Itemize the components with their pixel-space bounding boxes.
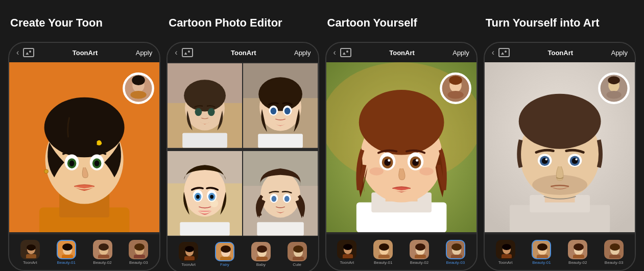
svg-point-142 bbox=[606, 91, 621, 99]
grid-cell-tr bbox=[243, 62, 318, 149]
svg-point-5 bbox=[44, 97, 125, 158]
svg-point-32 bbox=[134, 243, 145, 251]
thumb-label-toonart: ToonArt bbox=[23, 260, 37, 265]
svg-point-71 bbox=[185, 246, 194, 252]
thumb4-beauty01[interactable]: Beauty-01 bbox=[525, 240, 559, 265]
svg-rect-40 bbox=[182, 133, 227, 147]
card2-apply-btn[interactable]: Apply bbox=[294, 49, 311, 57]
thumb3-beauty01[interactable]: Beauty-01 bbox=[366, 240, 400, 265]
svg-point-47 bbox=[271, 108, 277, 115]
svg-point-63 bbox=[260, 172, 300, 218]
card1-header: ‹ ToonArt Apply bbox=[9, 43, 159, 62]
thumb4-img-toonart[interactable] bbox=[496, 240, 515, 259]
thumb4-label-beauty03: Beauty-03 bbox=[605, 260, 623, 265]
thumb-img-beauty03[interactable] bbox=[129, 240, 148, 259]
svg-point-149 bbox=[537, 243, 547, 251]
card3-header: ‹ ToonArt Apply bbox=[326, 43, 476, 62]
card2-image-icon[interactable] bbox=[182, 48, 193, 57]
svg-point-57 bbox=[196, 194, 200, 199]
thumb2-fairy[interactable]: Fairy bbox=[208, 242, 242, 267]
card3-image-icon[interactable] bbox=[340, 48, 351, 57]
card3-illustration bbox=[326, 62, 476, 232]
svg-point-153 bbox=[574, 243, 584, 251]
card2-back-btn[interactable]: ‹ bbox=[175, 48, 177, 57]
card3-title: Cartoon Yourself bbox=[325, 8, 478, 38]
card4-phone: ‹ ToonArt Apply bbox=[484, 42, 636, 271]
thumb-label-beauty03: Beauty-03 bbox=[129, 260, 148, 265]
thumb4-toonart[interactable]: ToonArt bbox=[489, 240, 522, 265]
thumb3-toonart[interactable]: ToonArt bbox=[330, 240, 364, 265]
thumb-beauty02[interactable]: Beauty-02 bbox=[86, 240, 120, 265]
card1-apply-btn[interactable]: Apply bbox=[136, 49, 153, 57]
svg-rect-68 bbox=[257, 222, 304, 235]
thumb3-img-beauty01[interactable] bbox=[373, 240, 393, 259]
svg-rect-154 bbox=[573, 255, 584, 259]
thumb2-img-baby[interactable] bbox=[251, 242, 271, 261]
thumb3-label-beauty03: Beauty-03 bbox=[446, 260, 465, 265]
thumb3-beauty02[interactable]: Beauty-02 bbox=[402, 240, 436, 265]
svg-point-83 bbox=[293, 245, 303, 253]
svg-point-91 bbox=[359, 90, 444, 155]
thumb-label-beauty01: Beauty-01 bbox=[57, 260, 75, 265]
card-cartoon-yourself: Cartoon Yourself ‹ ToonArt Apply bbox=[325, 8, 478, 271]
thumb2-img-cute[interactable] bbox=[288, 242, 307, 261]
card3-thumbnails: ToonArt Beauty-01 Beauty-02 bbox=[326, 234, 476, 270]
card1-image-icon[interactable] bbox=[23, 48, 34, 57]
card1-illustration bbox=[9, 62, 159, 232]
svg-point-37 bbox=[184, 80, 226, 111]
card4-back-btn[interactable]: ‹ bbox=[492, 48, 494, 57]
thumb2-toonart[interactable]: ToonArt bbox=[172, 242, 205, 267]
card1-thumbnails: ToonArt Beauty-01 Beauty-02 bbox=[9, 234, 159, 270]
card1-back-btn[interactable]: ‹ bbox=[16, 48, 19, 57]
svg-rect-33 bbox=[134, 255, 145, 259]
card3-apply-btn[interactable]: Apply bbox=[452, 49, 469, 57]
card2-phone: ‹ ToonArt Apply bbox=[166, 42, 319, 271]
thumb4-img-beauty02[interactable] bbox=[568, 240, 587, 259]
svg-point-75 bbox=[221, 245, 231, 253]
thumb3-img-beauty02[interactable] bbox=[410, 240, 429, 259]
thumb-img-toonart[interactable] bbox=[20, 240, 40, 259]
svg-point-128 bbox=[518, 94, 601, 149]
thumb-toonart[interactable]: ToonArt bbox=[13, 240, 47, 265]
card3-back-btn[interactable]: ‹ bbox=[333, 48, 336, 57]
svg-point-109 bbox=[343, 244, 352, 250]
card2-header-title: ToonArt bbox=[197, 49, 290, 57]
thumb4-label-beauty01: Beauty-01 bbox=[532, 260, 551, 265]
svg-point-136 bbox=[545, 158, 547, 160]
thumb2-cute[interactable]: Cute bbox=[280, 242, 314, 267]
thumb2-baby[interactable]: Baby bbox=[244, 242, 278, 267]
svg-point-113 bbox=[379, 243, 389, 251]
svg-point-67 bbox=[284, 195, 290, 202]
svg-point-38 bbox=[195, 108, 202, 116]
svg-rect-21 bbox=[26, 254, 36, 259]
thumb-img-beauty01[interactable] bbox=[57, 240, 76, 259]
thumb4-beauty03[interactable]: Beauty-03 bbox=[597, 240, 631, 265]
svg-point-157 bbox=[610, 243, 620, 251]
thumb2-img-fairy[interactable] bbox=[215, 242, 234, 261]
thumb4-img-beauty01[interactable] bbox=[532, 240, 551, 259]
svg-rect-146 bbox=[502, 254, 512, 259]
svg-rect-25 bbox=[62, 255, 73, 259]
card-photo-editor: Cartoon Photo Editor ‹ ToonArt Apply bbox=[166, 8, 319, 271]
card4-apply-btn[interactable]: Apply bbox=[611, 49, 628, 57]
thumb3-beauty03[interactable]: Beauty-03 bbox=[439, 240, 472, 265]
card4-header-title: ToonArt bbox=[514, 49, 607, 57]
svg-point-100 bbox=[369, 167, 383, 176]
card4-image-icon[interactable] bbox=[498, 48, 510, 57]
thumb-beauty01[interactable]: Beauty-01 bbox=[50, 240, 83, 265]
svg-point-141 bbox=[608, 76, 620, 84]
thumb2-img-toonart[interactable] bbox=[179, 242, 198, 261]
thumb4-beauty02[interactable]: Beauty-02 bbox=[561, 240, 594, 265]
thumb4-img-beauty03[interactable] bbox=[604, 240, 624, 259]
svg-rect-110 bbox=[343, 254, 353, 259]
card1-header-title: ToonArt bbox=[38, 49, 131, 57]
thumb3-img-toonart[interactable] bbox=[337, 240, 356, 259]
thumb-beauty03[interactable]: Beauty-03 bbox=[122, 240, 155, 265]
svg-point-106 bbox=[447, 91, 463, 99]
thumb2-label-baby: Baby bbox=[256, 262, 266, 267]
svg-rect-114 bbox=[378, 255, 390, 259]
thumb3-img-beauty03[interactable] bbox=[446, 240, 465, 259]
svg-point-58 bbox=[210, 194, 214, 199]
svg-point-101 bbox=[419, 167, 433, 176]
thumb-img-beauty02[interactable] bbox=[93, 240, 112, 259]
